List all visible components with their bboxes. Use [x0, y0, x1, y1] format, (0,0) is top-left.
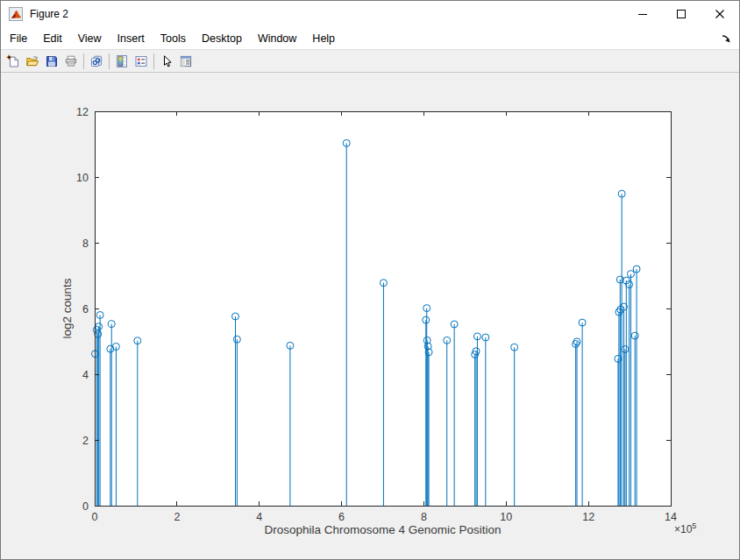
y-tick-label: 10: [76, 172, 89, 184]
maximize-icon: [674, 7, 688, 21]
link-plot-button[interactable]: [87, 52, 106, 71]
y-tick-label: 4: [82, 369, 89, 381]
menu-item-view[interactable]: View: [70, 29, 110, 48]
y-axis-label: log2 counts: [60, 278, 74, 338]
maximize-button[interactable]: [662, 1, 701, 27]
toolbar-separator: [109, 53, 110, 69]
menu-item-file[interactable]: File: [2, 29, 35, 48]
menu-bar: FileEditViewInsertToolsDesktopWindowHelp: [1, 27, 739, 50]
menu-item-tools[interactable]: Tools: [153, 29, 194, 48]
insert-colorbar-icon: [115, 54, 129, 68]
x-tick-label: 6: [338, 511, 345, 523]
save-figure-icon: [45, 54, 59, 68]
y-tick-label: 6: [82, 303, 89, 315]
minimize-button[interactable]: [623, 1, 662, 27]
x-tick-label: 2: [174, 511, 180, 523]
x-axis-multiplier: ×105: [674, 521, 696, 535]
open-file-icon: [25, 54, 39, 68]
x-tick-label: 10: [500, 511, 512, 523]
new-figure-button[interactable]: [4, 52, 23, 71]
figure-canvas: 02468101214024681012Drosophila Chromosom…: [1, 73, 739, 559]
insert-legend-button[interactable]: [132, 52, 151, 71]
dock-figure-icon: [721, 33, 731, 44]
menu-item-help[interactable]: Help: [304, 29, 343, 48]
toolbar-separator: [83, 53, 84, 69]
property-inspector-icon: [179, 54, 193, 68]
menu-item-insert[interactable]: Insert: [110, 29, 153, 48]
insert-legend-icon: [134, 54, 148, 68]
y-tick-label: 2: [82, 435, 89, 447]
edit-plot-button[interactable]: [157, 52, 176, 71]
dock-figure-button[interactable]: [717, 30, 735, 47]
edit-plot-icon: [160, 54, 174, 68]
menu-item-desktop[interactable]: Desktop: [194, 29, 250, 48]
x-tick-label: 0: [92, 511, 98, 523]
close-button[interactable]: [701, 1, 739, 27]
title-bar[interactable]: Figure 2: [1, 1, 739, 27]
open-file-button[interactable]: [23, 52, 42, 71]
plot-area[interactable]: [95, 111, 671, 506]
link-plot-icon: [89, 54, 103, 68]
new-figure-icon: [6, 54, 20, 68]
y-tick-label: 12: [76, 106, 89, 118]
print-figure-button[interactable]: [61, 52, 81, 71]
figure-toolbar: [1, 50, 739, 73]
close-icon: [713, 7, 727, 21]
property-inspector-button[interactable]: [176, 52, 196, 71]
x-axis-label: Drosophila Chromosome 4 Genomic Position: [264, 523, 501, 536]
y-tick-label: 8: [82, 237, 89, 250]
insert-colorbar-button[interactable]: [112, 52, 132, 71]
matlab-logo-icon: [9, 7, 23, 21]
menu-item-window[interactable]: Window: [250, 29, 304, 48]
y-tick-label: 0: [82, 500, 89, 513]
x-tick-label: 8: [421, 511, 427, 523]
toolbar-separator: [153, 53, 154, 69]
print-figure-icon: [64, 54, 78, 68]
stem-plot: 02468101214024681012Drosophila Chromosom…: [1, 73, 739, 559]
menu-item-edit[interactable]: Edit: [35, 29, 70, 48]
window-title: Figure 2: [30, 8, 623, 20]
x-tick-label: 14: [665, 511, 677, 523]
save-figure-button[interactable]: [42, 52, 61, 71]
minimize-icon: [636, 7, 650, 21]
x-tick-label: 12: [582, 511, 594, 523]
x-tick-label: 4: [256, 511, 262, 523]
figure-window: Figure 2 FileEditViewInsertToolsD: [0, 0, 740, 560]
